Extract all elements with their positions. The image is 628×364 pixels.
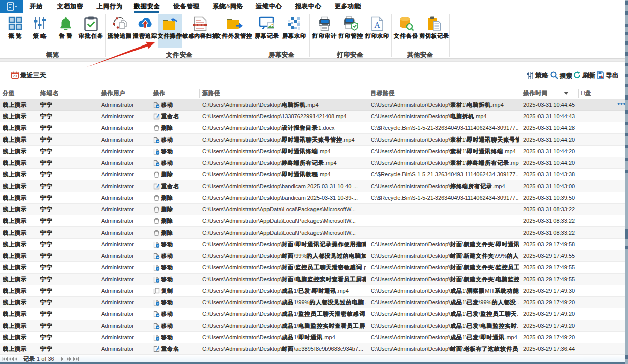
svg-text:A: A [374,21,380,29]
svg-text:23: 23 [13,74,17,78]
